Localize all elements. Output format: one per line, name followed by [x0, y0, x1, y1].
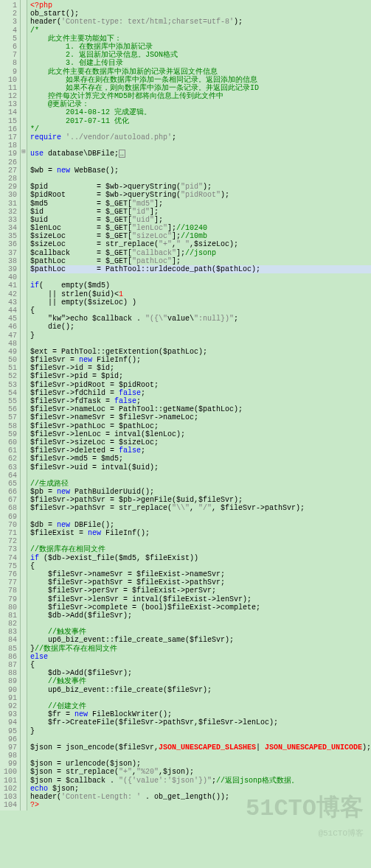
fold-marker[interactable] — [21, 16, 27, 24]
fold-marker[interactable] — [21, 799, 27, 808]
code-line[interactable]: 控件每次计算完文件MD5时都将向信息上传到此文件中 — [30, 92, 371, 100]
fold-marker[interactable] — [21, 659, 27, 668]
code-line[interactable]: $pathLoc = $_GET["pathLoc"]; — [30, 257, 371, 265]
code-line[interactable] — [30, 513, 371, 521]
fold-marker[interactable] — [21, 553, 27, 561]
code-line[interactable]: $fileSvr = new FileInf(); — [30, 356, 371, 364]
fold-marker[interactable] — [21, 140, 27, 148]
fold-marker[interactable] — [21, 758, 27, 766]
code-line[interactable]: $fileSvr->pathLoc = $pathLoc; — [30, 422, 371, 430]
code-line[interactable]: $db->Add($fileSvr); — [30, 669, 371, 677]
fold-marker[interactable] — [21, 634, 27, 643]
code-line[interactable]: $fileSvr->nameLoc = PathTool::getName($p… — [30, 405, 371, 413]
fold-marker[interactable] — [21, 272, 27, 280]
fold-marker[interactable] — [21, 99, 27, 107]
fold-marker[interactable] — [21, 494, 27, 503]
fold-marker[interactable] — [21, 280, 27, 288]
code-line[interactable]: $fileSvr->pathSvr = $pb->genFile($uid,$f… — [30, 496, 371, 504]
fold-marker[interactable] — [21, 116, 27, 124]
code-line[interactable]: 此文件主要功能如下： — [30, 35, 371, 43]
fold-marker[interactable] — [21, 264, 27, 272]
fold-marker[interactable] — [21, 726, 27, 734]
fold-marker[interactable] — [21, 248, 27, 256]
fold-marker[interactable] — [21, 734, 27, 742]
code-line[interactable] — [30, 620, 371, 628]
code-line[interactable]: $id = $_GET["id"]; — [30, 208, 371, 216]
code-line[interactable]: //创建文件 — [30, 702, 371, 710]
fold-marker[interactable] — [21, 223, 27, 231]
fold-marker[interactable] — [21, 486, 27, 494]
code-line[interactable]: $fileSvr->lenSvr = intval($fileExist->le… — [30, 595, 371, 603]
code-line[interactable]: up6_biz_event::file_create_same($fileSvr… — [30, 636, 371, 644]
fold-marker[interactable] — [21, 668, 27, 676]
fold-marker[interactable] — [21, 74, 27, 83]
fold-marker[interactable] — [21, 321, 27, 329]
code-line[interactable]: $db = new DBFile(); — [30, 521, 371, 529]
code-line[interactable]: $pathLoc = PathTool::urldecode_path($pat… — [30, 265, 371, 273]
fold-marker[interactable] — [21, 643, 27, 651]
fold-marker[interactable] — [21, 569, 27, 577]
fold-marker[interactable] — [21, 206, 27, 214]
fold-marker[interactable] — [21, 577, 27, 585]
code-line[interactable]: */ — [30, 125, 371, 133]
code-content[interactable]: <?phpob_start();header('Content-type: te… — [27, 0, 371, 811]
code-line[interactable]: $fileSvr->fdChild = false; — [30, 389, 371, 397]
fold-marker[interactable] — [21, 685, 27, 693]
code-line[interactable]: $fileSvr->deleted = false; — [30, 447, 371, 455]
code-line[interactable]: $fileSvr->md5 = $md5; — [30, 455, 371, 463]
fold-marker[interactable] — [21, 544, 27, 552]
fold-marker[interactable] — [21, 107, 27, 115]
code-line[interactable]: else — [30, 653, 371, 661]
code-line[interactable]: 如果存在则在数据库中添加一条相同记录。返回添加的信息 — [30, 76, 371, 84]
code-line[interactable]: $wb = new WebBase(); — [30, 167, 371, 175]
fold-marker[interactable] — [21, 198, 27, 206]
fold-marker[interactable] — [21, 412, 27, 420]
code-line[interactable]: { — [30, 562, 371, 570]
fold-marker[interactable] — [21, 8, 27, 16]
code-line[interactable]: $pidRoot = $wb->queryString("pidRoot"); — [30, 191, 371, 199]
code-line[interactable]: ob_start(); — [30, 10, 371, 18]
fold-marker[interactable] — [21, 289, 27, 297]
code-line[interactable]: header('Content-type: text/html;charset=… — [30, 18, 371, 26]
code-line[interactable]: $md5 = $_GET["md5"]; — [30, 200, 371, 208]
code-line[interactable]: //数据库存在相同文件 — [30, 545, 371, 553]
fold-marker[interactable] — [21, 83, 27, 91]
fold-marker[interactable] — [21, 791, 27, 799]
code-line[interactable]: header('Content-Length: ' . ob_get_lengt… — [30, 793, 371, 801]
code-line[interactable] — [30, 694, 371, 702]
code-line[interactable]: 2017-07-11 优化 — [30, 117, 371, 125]
fold-marker[interactable] — [21, 354, 27, 363]
fold-marker[interactable] — [21, 528, 27, 536]
code-line[interactable]: $fileSvr->perSvr = $fileExist->perSvr; — [30, 587, 371, 595]
fold-marker[interactable] — [21, 49, 27, 57]
fold-marker[interactable] — [21, 305, 27, 313]
fold-marker[interactable] — [21, 256, 27, 264]
fold-marker[interactable] — [21, 421, 27, 429]
fold-marker[interactable] — [21, 404, 27, 412]
code-line[interactable]: use database\DBFile;… — [30, 150, 371, 158]
code-line[interactable]: 此文件主要在数据库中添加新的记录并返回文件信息 — [30, 68, 371, 76]
fold-marker[interactable] — [21, 519, 27, 528]
code-line[interactable] — [30, 175, 371, 183]
code-line[interactable]: $fileSvr->pidRoot = $pidRoot; — [30, 381, 371, 389]
code-line[interactable]: "kw">echo $callback . "({\"value\":null}… — [30, 315, 371, 323]
fold-marker[interactable] — [21, 511, 27, 519]
code-line[interactable]: 2. 返回新加记录信息。JSON格式 — [30, 51, 371, 59]
fold-marker[interactable] — [21, 536, 27, 544]
code-line[interactable]: /* — [30, 27, 371, 35]
fold-marker[interactable] — [21, 470, 27, 478]
fold-marker[interactable] — [21, 742, 27, 750]
fold-marker[interactable] — [21, 181, 27, 189]
code-line[interactable]: //触发事件 — [30, 677, 371, 685]
code-line[interactable]: $fileSvr->fdTask = false; — [30, 397, 371, 405]
code-line[interactable]: $fileSvr->id = $id; — [30, 364, 371, 372]
code-line[interactable]: $fileSvr->complete = (bool)$fileExist->c… — [30, 603, 371, 612]
fold-marker[interactable] — [21, 388, 27, 396]
fold-marker[interactable] — [21, 701, 27, 709]
fold-marker[interactable] — [21, 693, 27, 701]
fold-marker[interactable] — [21, 618, 27, 626]
fold-marker[interactable] — [21, 775, 27, 783]
fold-marker[interactable] — [21, 231, 27, 239]
fold-marker[interactable] — [21, 396, 27, 404]
code-line[interactable]: $json = $callback . "({'value':'$json'})… — [30, 777, 371, 785]
